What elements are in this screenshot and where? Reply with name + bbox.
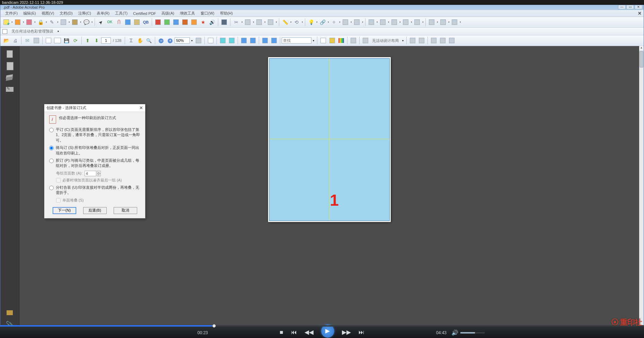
window-maximize-button[interactable]: ▭ xyxy=(626,5,634,9)
preflight2-button[interactable] xyxy=(328,37,336,44)
layers-panel-button[interactable] xyxy=(5,73,15,82)
crop-button[interactable]: ✂ xyxy=(232,18,240,26)
collaborate-button[interactable] xyxy=(25,18,33,26)
dropdown-caret-icon[interactable]: ▾ xyxy=(448,18,450,26)
preflight1-button[interactable] xyxy=(319,37,327,44)
grid2-button[interactable] xyxy=(270,37,278,44)
grid-button[interactable] xyxy=(220,18,228,26)
create-pdf-button[interactable]: ★ xyxy=(2,18,10,26)
refresh-button[interactable]: ⟳ xyxy=(72,37,79,44)
multimedia-button[interactable] xyxy=(71,18,79,26)
open-button[interactable] xyxy=(2,37,10,44)
menu-tools[interactable]: 工具(T) xyxy=(112,10,130,17)
menu-advanced[interactable]: 高级(A) xyxy=(159,10,177,17)
dropdown-caret-icon[interactable]: ▾ xyxy=(91,18,93,26)
dropdown-caret-icon[interactable]: ▾ xyxy=(264,18,266,26)
end3-button[interactable] xyxy=(430,37,438,44)
view2-button[interactable] xyxy=(219,37,227,44)
tags-panel-button[interactable] xyxy=(5,308,15,318)
dropdown-caret-icon[interactable]: ▾ xyxy=(313,39,314,42)
split1-button[interactable] xyxy=(240,37,248,44)
dropdown-caret-icon[interactable]: ▾ xyxy=(58,30,59,33)
volume-icon[interactable]: 🔊 xyxy=(451,329,458,336)
dialog-close-button[interactable]: ✕ xyxy=(139,105,143,110)
rotate-button[interactable]: ⟲ xyxy=(293,18,300,26)
ok-stamp-button[interactable]: OK xyxy=(106,18,114,26)
menu-form[interactable]: 表单(R) xyxy=(94,10,112,17)
end5-button[interactable] xyxy=(448,37,456,44)
volume-slider[interactable] xyxy=(460,332,485,333)
forms-button[interactable] xyxy=(60,18,67,26)
orange-page-button[interactable] xyxy=(190,18,198,26)
undo-curve-button[interactable]: Ⴖ xyxy=(115,18,123,26)
two-page-button[interactable] xyxy=(54,37,61,44)
comment-button[interactable]: 💬 xyxy=(82,18,90,26)
back-button[interactable]: 后退(B) xyxy=(83,207,107,214)
menu-edit[interactable]: 编辑(E) xyxy=(20,10,39,17)
save-button[interactable] xyxy=(63,37,70,44)
fit-page-button[interactable] xyxy=(195,37,202,44)
dropdown-caret-icon[interactable]: ▾ xyxy=(34,18,36,26)
pages-panel-button[interactable] xyxy=(5,49,15,59)
menu-document[interactable]: 文档(D) xyxy=(57,10,75,17)
design-icon-button[interactable] xyxy=(362,37,369,44)
dropdown-caret-icon[interactable]: ▾ xyxy=(436,18,439,26)
dropdown-caret-icon[interactable]: ▾ xyxy=(79,18,82,26)
dropdown-caret-icon[interactable]: ▾ xyxy=(301,18,303,26)
blue-doc-button[interactable] xyxy=(124,18,132,26)
signatures-panel-button[interactable] xyxy=(5,84,15,94)
window-close-button[interactable]: ✕ xyxy=(635,5,642,9)
clipboard-button[interactable] xyxy=(133,18,141,26)
panel7-button[interactable] xyxy=(439,18,447,26)
blue-page-button[interactable] xyxy=(172,18,180,26)
view1-button[interactable] xyxy=(207,37,214,44)
dropdown-caret-icon[interactable]: ▾ xyxy=(191,39,193,42)
cut-stack-radio[interactable] xyxy=(49,186,54,190)
end2-button[interactable] xyxy=(418,37,425,44)
more1-button[interactable] xyxy=(342,18,349,26)
dropdown-caret-icon[interactable]: ▾ xyxy=(410,18,413,26)
dropdown-caret-icon[interactable]: ▾ xyxy=(338,18,341,26)
dropdown-caret-icon[interactable]: ▾ xyxy=(399,18,401,26)
dropdown-caret-icon[interactable]: ▾ xyxy=(252,18,255,26)
select-tool-button[interactable] xyxy=(97,18,105,26)
dropdown-caret-icon[interactable]: ▾ xyxy=(350,18,352,26)
video-volume-control[interactable]: 🔊 xyxy=(451,329,485,336)
dropdown-caret-icon[interactable]: ▾ xyxy=(376,18,378,26)
dropdown-caret-icon[interactable]: ▾ xyxy=(241,18,243,26)
marquee-zoom-button[interactable] xyxy=(145,37,153,44)
dropdown-caret-icon[interactable]: ▾ xyxy=(422,18,424,26)
panel5-button[interactable] xyxy=(413,18,421,26)
dropdown-caret-icon[interactable]: ▾ xyxy=(316,18,318,26)
export-button[interactable] xyxy=(181,18,189,26)
video-next-button[interactable]: ⏭ xyxy=(359,329,364,336)
secure-button[interactable]: 🔒 xyxy=(37,18,44,26)
more2-button[interactable] xyxy=(353,18,361,26)
layout-button[interactable] xyxy=(350,37,357,44)
scrollbar-thumb[interactable] xyxy=(639,51,643,68)
video-rewind-button[interactable]: ◀◀ xyxy=(305,329,314,336)
star-button[interactable]: ★ xyxy=(199,18,207,26)
zoom-level-input[interactable] xyxy=(175,37,190,44)
flat-bind-radio[interactable] xyxy=(49,128,54,132)
window-minimize-button[interactable]: — xyxy=(618,5,626,9)
email-button[interactable] xyxy=(24,37,31,44)
dropdown-caret-icon[interactable]: ▾ xyxy=(45,18,47,26)
panel3-button[interactable] xyxy=(390,18,398,26)
measure-button[interactable]: 📏 xyxy=(281,18,289,26)
dropdown-caret-icon[interactable]: ▾ xyxy=(327,18,329,26)
panel1-button[interactable] xyxy=(368,18,375,26)
grid1-button[interactable] xyxy=(261,37,269,44)
menu-plugins[interactable]: 增效工具 xyxy=(177,10,198,17)
prev-page-button[interactable]: ⬆ xyxy=(84,37,91,44)
panel6-button[interactable] xyxy=(428,18,435,26)
dropdown-caret-icon[interactable]: ▾ xyxy=(11,18,13,26)
upload-button[interactable] xyxy=(33,37,40,44)
dropdown-caret-icon[interactable]: ▾ xyxy=(402,39,404,42)
box3-button[interactable] xyxy=(267,18,274,26)
perfect-bind-radio[interactable] xyxy=(49,159,54,163)
next-page-button[interactable]: ⬇ xyxy=(93,37,100,44)
dropdown-caret-icon[interactable]: ▾ xyxy=(459,18,461,26)
qb-button[interactable]: QB xyxy=(142,18,150,26)
dropdown-caret-icon[interactable]: ▾ xyxy=(22,18,25,26)
